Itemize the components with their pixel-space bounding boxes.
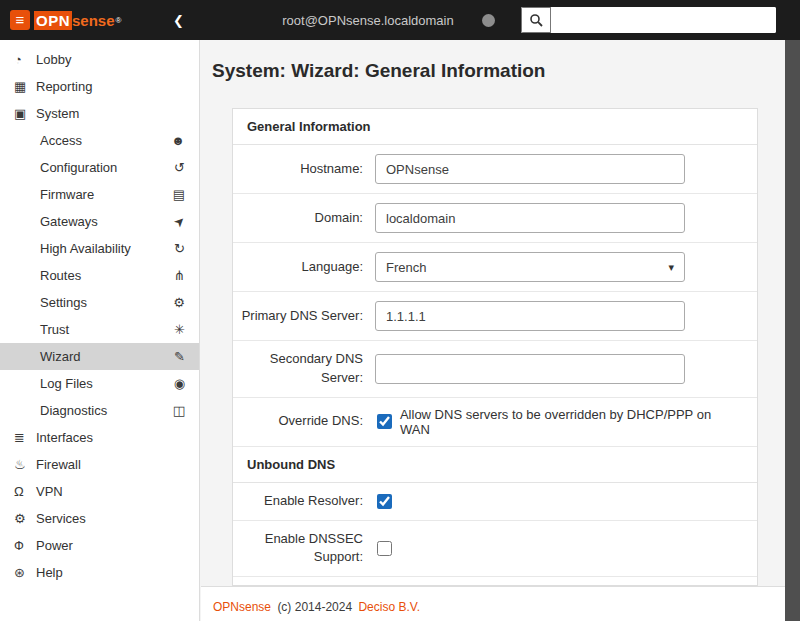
enable-resolver-checkbox[interactable] [377,494,392,509]
footer-opnsense-link[interactable]: OPNsense [213,600,271,614]
sidebar-item-interfaces[interactable]: ≣ Interfaces [0,424,199,451]
sidebar-item-label: Settings [40,295,173,310]
wizard-form-panel: General Information Hostname: Domain: La… [232,108,758,586]
sidebar-item-label: Routes [40,268,174,283]
road-icon: ⋔ [174,268,185,283]
session-user-label: root@OPNsense.localdomain [282,13,453,28]
interfaces-icon: ≣ [14,430,36,445]
power-icon: Ф [14,538,36,553]
brand-area: ≡ OPNsense® ❮ [0,0,200,40]
page-scrollbar[interactable] [785,40,800,621]
chart-icon: ▦ [14,79,36,94]
form-row-secondary-dns: Secondary DNS Server: [233,341,757,398]
footer: OPNsense (c) 2014-2024 Deciso B.V. [201,586,785,621]
hostname-label: Hostname: [239,160,363,179]
refresh-icon: ↻ [174,241,185,256]
sidebar-item-label: High Availability [40,241,174,256]
status-dot-icon [482,14,495,27]
hostname-input[interactable] [375,154,685,184]
section-header-general-information: General Information [233,109,757,145]
sidebar-item-power[interactable]: Ф Power [0,532,199,559]
sidebar-item-trust[interactable]: Trust ✳ [0,316,199,343]
language-select[interactable]: French ▾ [375,252,685,282]
form-row-enable-dnssec: Enable DNSSEC Support: [233,521,757,578]
sidebar-item-high-availability[interactable]: High Availability ↻ [0,235,199,262]
sidebar-item-gateways[interactable]: Gateways ➤ [0,208,199,235]
form-row-language: Language: French ▾ [233,243,757,292]
search-input[interactable] [551,7,776,33]
sidebar-item-label: Reporting [36,79,92,94]
secondary-dns-label: Secondary DNS Server: [239,350,363,388]
sidebar-item-label: Diagnostics [40,403,173,418]
form-row-enable-resolver: Enable Resolver: [233,483,757,521]
sidebar-item-settings[interactable]: Settings ⚙ [0,289,199,316]
history-icon: ↺ [174,160,185,175]
sidebar-item-label: Wizard [40,349,174,364]
search-icon [529,13,543,27]
sidebar-item-label: System [36,106,79,121]
sidebar-item-label: VPN [36,484,63,499]
sidebar-item-configuration[interactable]: Configuration ↺ [0,154,199,181]
camera-icon: ◫ [173,403,185,418]
sidebar-item-label: Trust [40,322,174,337]
sidebar-item-diagnostics[interactable]: Diagnostics ◫ [0,397,199,424]
main-content: System: Wizard: General Information Gene… [201,40,785,621]
domain-input[interactable] [375,203,685,233]
sidebar-item-reporting[interactable]: ▦ Reporting [0,73,199,100]
certificate-icon: ✳ [174,322,185,337]
page-title: System: Wizard: General Information [212,60,785,82]
sidebar-item-label: Firewall [36,457,81,472]
language-label: Language: [239,258,363,277]
sidebar-item-services[interactable]: ⚙ Services [0,505,199,532]
primary-dns-input[interactable] [375,301,685,331]
sidebar: ◔ Lobby ▦ Reporting ▣ System Access ☻ Co… [0,40,200,621]
session-area: root@OPNsense.localdomain [200,13,521,28]
search-button[interactable] [521,7,551,33]
eye-icon: ◉ [174,376,185,391]
sidebar-item-lobby[interactable]: ◔ Lobby [0,46,199,73]
override-dns-checkbox[interactable] [377,414,392,429]
tachometer-icon: ◔ [14,52,36,67]
sidebar-item-wizard[interactable]: Wizard ✎ [0,343,199,370]
override-dns-description: Allow DNS servers to be overridden by DH… [400,407,743,437]
secondary-dns-input[interactable] [375,354,685,384]
sidebar-item-label: Access [40,133,171,148]
life-ring-icon: ⊛ [14,565,36,580]
top-bar: ≡ OPNsense® ❮ root@OPNsense.localdomain [0,0,800,40]
enable-dnssec-label: Enable DNSSEC Support: [239,530,363,568]
sidebar-item-firmware[interactable]: Firmware ▤ [0,181,199,208]
sidebar-item-label: Interfaces [36,430,93,445]
sidebar-item-system[interactable]: ▣ System [0,100,199,127]
section-header-unbound-dns: Unbound DNS [233,447,757,483]
sidebar-item-label: Services [36,511,86,526]
primary-dns-label: Primary DNS Server: [239,307,363,326]
sidebar-item-label: Gateways [40,214,174,229]
sidebar-item-label: Power [36,538,73,553]
sidebar-item-firewall[interactable]: ♨ Firewall [0,451,199,478]
sidebar-item-routes[interactable]: Routes ⋔ [0,262,199,289]
sidebar-item-label: Lobby [36,52,71,67]
sidebar-item-access[interactable]: Access ☻ [0,127,199,154]
form-row-hostname: Hostname: [233,145,757,194]
opnsense-logo-icon[interactable]: ≡ [10,10,30,30]
footer-copyright-text: (c) 2014-2024 [277,600,352,614]
magic-wand-icon: ✎ [174,349,185,364]
enable-dnssec-checkbox[interactable] [377,541,392,556]
form-row-domain: Domain: [233,194,757,243]
sidebar-item-help[interactable]: ⊛ Help [0,559,199,586]
search-box [521,7,776,33]
sidebar-item-label: Log Files [40,376,174,391]
gears-icon: ⚙ [173,295,185,310]
sidebar-item-label: Help [36,565,63,580]
system-icon: ▣ [14,106,36,121]
logo-text-sense: sense [72,12,115,29]
chevron-down-icon: ▾ [668,261,674,274]
footer-deciso-link[interactable]: Deciso B.V. [358,600,420,614]
logo-text-opn: OPN [34,11,72,30]
sidebar-item-vpn[interactable]: Ω VPN [0,478,199,505]
sidebar-item-log-files[interactable]: Log Files ◉ [0,370,199,397]
override-dns-label: Override DNS: [239,412,363,431]
gear-icon: ⚙ [14,511,36,526]
form-row-override-dns: Override DNS: Allow DNS servers to be ov… [233,398,757,447]
sidebar-collapse-button[interactable]: ❮ [173,13,184,28]
